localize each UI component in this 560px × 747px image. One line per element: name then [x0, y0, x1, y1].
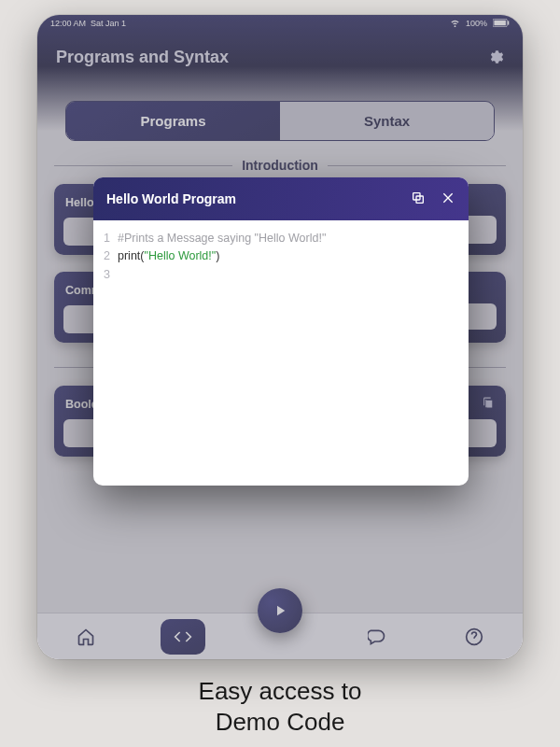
code-modal: Hello World Program 1 #Prints a Message … [93, 177, 469, 486]
caption-line-1: Easy access to [199, 676, 362, 707]
line-number: 1 [99, 230, 110, 247]
promo-caption: Easy access to Demo Code [199, 676, 362, 737]
code-comment: #Prints a Message saying "Hello World!" [118, 230, 326, 247]
close-icon [441, 190, 455, 205]
close-button[interactable] [441, 190, 455, 208]
code-line: 2 print("Hello World!") [99, 247, 463, 265]
tablet-frame: 12:00 AM Sat Jan 1 100% Programs and Syn… [37, 15, 523, 659]
code-text: print("Hello World!") [118, 247, 219, 265]
code-line: 3 [99, 266, 463, 284]
line-number: 3 [99, 266, 110, 284]
caption-line-2: Demo Code [199, 707, 362, 738]
line-number: 2 [99, 247, 110, 265]
code-line: 1 #Prints a Message saying "Hello World!… [99, 230, 463, 247]
modal-title: Hello World Program [106, 191, 236, 206]
modal-header: Hello World Program [93, 177, 469, 220]
copy-icon [411, 190, 426, 205]
copy-button[interactable] [411, 190, 426, 208]
code-body: 1 #Prints a Message saying "Hello World!… [93, 220, 469, 293]
